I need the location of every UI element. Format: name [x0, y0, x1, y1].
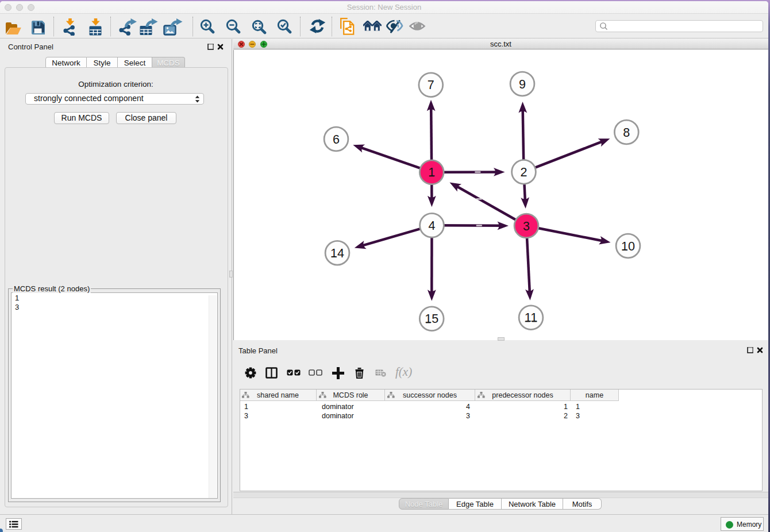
svg-text:1: 1 — [428, 165, 435, 179]
svg-text:7: 7 — [428, 78, 434, 92]
svg-text:4: 4 — [429, 219, 436, 233]
svg-text:2: 2 — [521, 165, 528, 179]
svg-text:6: 6 — [333, 133, 340, 147]
svg-text:10: 10 — [621, 240, 635, 253]
svg-text:15: 15 — [425, 312, 438, 326]
svg-text:3: 3 — [523, 219, 530, 233]
svg-text:8: 8 — [623, 126, 630, 140]
svg-text:14: 14 — [330, 246, 344, 260]
svg-text:11: 11 — [525, 311, 537, 325]
svg-text:9: 9 — [519, 78, 526, 91]
